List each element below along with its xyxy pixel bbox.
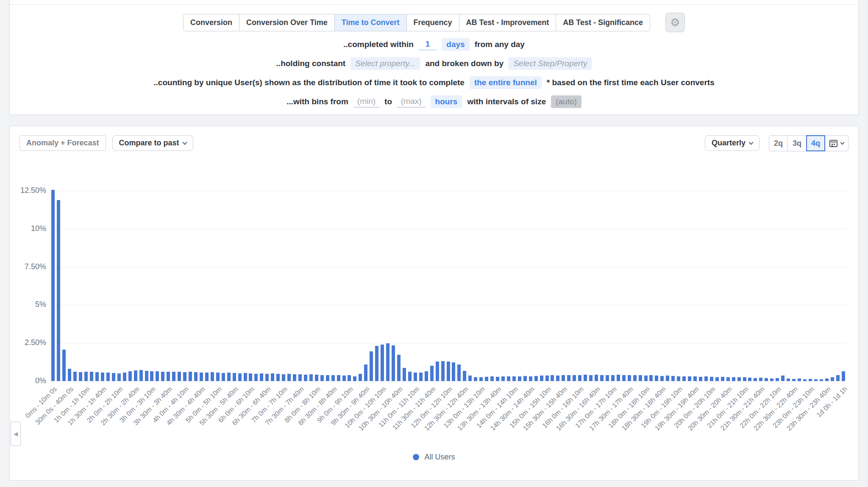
histogram-bar[interactable] (842, 371, 845, 381)
histogram-bar[interactable] (457, 365, 461, 381)
histogram-bar[interactable] (101, 373, 104, 381)
histogram-bar[interactable] (62, 350, 66, 381)
histogram-bar[interactable] (704, 376, 708, 381)
histogram-bar[interactable] (271, 373, 274, 381)
histogram-bar[interactable] (189, 372, 192, 381)
histogram-bar[interactable] (831, 377, 834, 381)
histogram-bar[interactable] (348, 375, 351, 381)
settings-button[interactable]: ⚙ (665, 13, 685, 32)
conversion-window-unit-dropdown[interactable]: days (442, 38, 469, 51)
histogram-bar[interactable] (726, 377, 730, 381)
histogram-bar[interactable] (556, 376, 559, 381)
histogram-bar[interactable] (304, 375, 307, 381)
histogram-bar[interactable] (540, 376, 543, 381)
histogram-bar[interactable] (759, 378, 762, 381)
bin-size-input[interactable]: (auto) (551, 95, 581, 108)
histogram-bar[interactable] (68, 369, 71, 381)
histogram-bar[interactable] (639, 375, 642, 381)
histogram-bar[interactable] (381, 345, 384, 381)
histogram-bar[interactable] (589, 375, 593, 381)
bin-unit-dropdown[interactable]: hours (431, 95, 462, 108)
histogram-bar[interactable] (222, 373, 225, 381)
histogram-bar[interactable] (545, 376, 549, 381)
histogram-bar[interactable] (79, 372, 82, 381)
histogram-bar[interactable] (617, 375, 620, 381)
histogram-bar[interactable] (573, 375, 576, 381)
histogram-bar[interactable] (595, 375, 598, 381)
histogram-bar[interactable] (814, 379, 818, 381)
histogram-bar[interactable] (227, 373, 231, 381)
histogram-bar[interactable] (820, 379, 823, 381)
histogram-bar[interactable] (507, 376, 510, 381)
histogram-bar[interactable] (392, 345, 395, 381)
histogram-bar[interactable] (134, 370, 137, 381)
histogram-bar[interactable] (671, 376, 675, 381)
histogram-bar[interactable] (710, 377, 713, 381)
bin-min-input[interactable]: (min) (353, 96, 379, 108)
histogram-bar[interactable] (447, 362, 450, 381)
histogram-bar[interactable] (282, 374, 285, 381)
histogram-bar[interactable] (106, 373, 110, 381)
breakdown-step-property-select[interactable]: Select Step/Property (509, 57, 592, 70)
histogram-bar[interactable] (688, 376, 691, 381)
histogram-bar[interactable] (156, 371, 159, 381)
tab-ab-test-improvement[interactable]: AB Test - Improvement (459, 14, 556, 31)
histogram-bar[interactable] (375, 346, 378, 381)
legend-all-users[interactable]: All Users (10, 453, 858, 462)
conversion-window-value-input[interactable]: 1 (419, 39, 437, 50)
histogram-bar[interactable] (803, 379, 807, 381)
histogram-bar[interactable] (112, 373, 115, 381)
histogram-bar[interactable] (518, 376, 521, 381)
sidebar-collapse-handle[interactable]: ◀ (11, 422, 21, 446)
histogram-bar[interactable] (567, 375, 570, 381)
histogram-bar[interactable] (320, 375, 324, 381)
histogram-bar[interactable] (792, 379, 796, 381)
histogram-bar[interactable] (836, 375, 840, 381)
histogram-bar[interactable] (123, 373, 126, 381)
histogram-bar[interactable] (403, 368, 406, 381)
histogram-bar[interactable] (649, 375, 653, 381)
histogram-bar[interactable] (622, 375, 626, 381)
histogram-bar[interactable] (57, 200, 60, 381)
histogram-bar[interactable] (660, 376, 664, 381)
histogram-bar[interactable] (326, 375, 329, 381)
tab-frequency[interactable]: Frequency (406, 14, 459, 31)
histogram-bar[interactable] (825, 378, 829, 381)
histogram-bar[interactable] (628, 375, 631, 381)
histogram-bar[interactable] (337, 375, 340, 381)
histogram-bar[interactable] (798, 378, 801, 381)
histogram-bar[interactable] (809, 379, 812, 381)
tab-ab-test-significance[interactable]: AB Test - Significance (556, 14, 650, 31)
histogram-bar[interactable] (414, 373, 417, 381)
histogram-bar[interactable] (205, 373, 209, 381)
histogram-bar[interactable] (95, 372, 99, 381)
histogram-bar[interactable] (677, 376, 680, 381)
histogram-bar[interactable] (331, 375, 335, 381)
histogram-bar[interactable] (584, 375, 587, 381)
histogram-bar[interactable] (781, 376, 785, 381)
histogram-bar[interactable] (254, 374, 258, 381)
histogram-bar[interactable] (523, 376, 527, 381)
histogram-bar[interactable] (84, 372, 88, 381)
range-option-4q[interactable]: 4q (806, 135, 825, 151)
histogram-bar[interactable] (770, 378, 773, 381)
bin-max-input[interactable]: (max) (397, 96, 426, 108)
histogram-bar[interactable] (298, 374, 302, 381)
histogram-bar[interactable] (128, 371, 132, 381)
histogram-bar[interactable] (754, 378, 757, 381)
histogram-bar[interactable] (260, 373, 263, 381)
tab-time-to-convert[interactable]: Time to Convert (334, 14, 407, 31)
histogram-bar[interactable] (200, 373, 203, 381)
histogram-bar[interactable] (666, 376, 669, 381)
histogram-bar[interactable] (463, 371, 466, 381)
histogram-bar[interactable] (386, 343, 389, 381)
histogram-bar[interactable] (468, 376, 472, 381)
histogram-bar[interactable] (474, 377, 477, 381)
histogram-bar[interactable] (633, 375, 637, 381)
histogram-bar[interactable] (529, 376, 532, 381)
histogram-bar[interactable] (90, 372, 93, 381)
histogram-bar[interactable] (244, 373, 247, 381)
histogram-bar[interactable] (364, 365, 367, 381)
histogram-bar[interactable] (265, 374, 269, 381)
histogram-bar[interactable] (748, 378, 751, 381)
